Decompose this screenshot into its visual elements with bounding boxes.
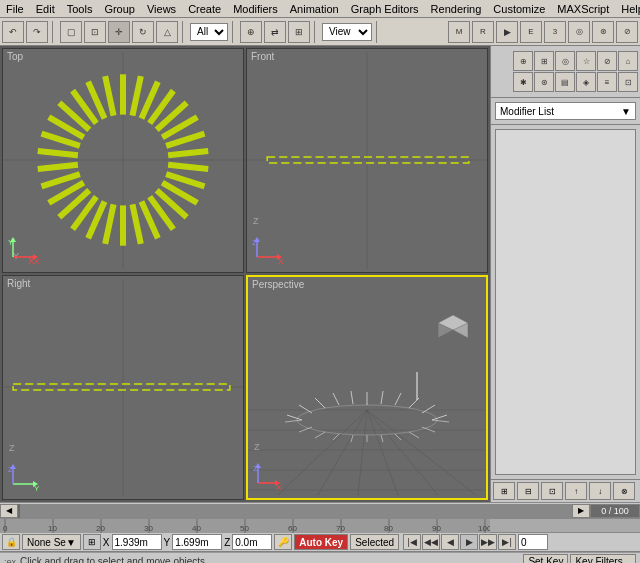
toolbar-sep-4 [314,21,318,43]
panel-icon-2[interactable]: ⊞ [534,51,554,71]
menu-edit[interactable]: Edit [30,2,61,16]
viewport-front[interactable]: Front Z [246,48,488,273]
toolbar-extra-1[interactable]: 3 [544,21,566,43]
menu-graph-editors[interactable]: Graph Editors [345,2,425,16]
svg-line-89 [333,434,339,440]
timeline-track[interactable] [18,504,572,518]
x-input[interactable] [112,534,162,550]
selected-button[interactable]: Selected [350,534,399,550]
panel-icon-11[interactable]: ≡ [597,72,617,92]
toolbar-extra-4[interactable]: ⊘ [616,21,638,43]
menu-views[interactable]: Views [141,2,182,16]
select-region-button[interactable]: ⊡ [84,21,106,43]
svg-text:80: 80 [384,524,393,533]
select-button[interactable]: ▢ [60,21,82,43]
svg-line-86 [422,427,435,432]
panel-icon-3[interactable]: ◎ [555,51,575,71]
viewport-right[interactable]: Right Z Y Z [2,275,244,500]
selection-filter-dropdown[interactable]: All [190,23,228,41]
play-button[interactable]: ▶ [460,534,478,550]
svg-text:60: 60 [288,524,297,533]
key-icon[interactable]: 🔑 [274,534,292,550]
view-dropdown[interactable]: View [322,23,372,41]
svg-text:Z: Z [9,443,15,453]
panel-icon-6[interactable]: ⌂ [618,51,638,71]
undo-button[interactable]: ↶ [2,21,24,43]
menu-file[interactable]: File [0,2,30,16]
viewport-perspective[interactable]: Perspective [246,275,488,500]
modifier-btn-3[interactable]: ⊡ [541,482,563,500]
timeline-scroll-left[interactable]: ◀ [0,504,18,518]
snap-button[interactable]: ⊕ [240,21,262,43]
svg-point-71 [297,405,437,435]
menu-customize[interactable]: Customize [487,2,551,16]
menu-help[interactable]: Help [615,2,640,16]
right-panel-bottom-buttons: ⊞ ⊟ ⊡ ↑ ↓ ⊗ [491,479,640,502]
z-input[interactable] [232,534,272,550]
svg-rect-16 [129,204,143,245]
toolbar-extra-2[interactable]: ◎ [568,21,590,43]
menu-tools[interactable]: Tools [61,2,99,16]
axis-right: Y Z [8,464,43,494]
menu-rendering[interactable]: Rendering [425,2,488,16]
selection-set-dropdown[interactable]: None Se▼ [22,534,81,550]
toolbar-sep-2 [182,21,186,43]
menu-create[interactable]: Create [182,2,227,16]
modifier-list-dropdown[interactable]: Modifier List ▼ [495,102,636,120]
move-button[interactable]: ✛ [108,21,130,43]
frame-input[interactable] [518,534,548,550]
svg-line-88 [315,432,325,438]
svg-rect-9 [168,148,209,158]
material-editor-button[interactable]: M [448,21,470,43]
mirror-button[interactable]: ⇄ [264,21,286,43]
lock-icon[interactable]: 🔒 [2,534,20,550]
timeline-scroll-right[interactable]: ▶ [572,504,590,518]
redo-button[interactable]: ↷ [26,21,48,43]
rotate-button[interactable]: ↻ [132,21,154,43]
viewport-top-label: Top [7,51,23,62]
panel-icon-4[interactable]: ☆ [576,51,596,71]
play-back-button[interactable]: ◀ [441,534,459,550]
y-input[interactable] [172,534,222,550]
svg-rect-31 [102,76,116,117]
svg-text:Z: Z [252,238,257,247]
panel-icon-12[interactable]: ⊡ [618,72,638,92]
menu-bar: File Edit Tools Group Views Create Modif… [0,0,640,18]
prev-frame-button[interactable]: |◀ [403,534,421,550]
modifier-btn-2[interactable]: ⊟ [517,482,539,500]
prev-key-button[interactable]: ◀◀ [422,534,440,550]
auto-key-button[interactable]: Auto Key [294,534,348,550]
scale-button[interactable]: △ [156,21,178,43]
next-key-button[interactable]: ▶▶ [479,534,497,550]
viewport-top[interactable]: Top [2,48,244,273]
next-frame-button[interactable]: ▶| [498,534,516,550]
menu-modifiers[interactable]: Modifiers [227,2,284,16]
panel-icon-1[interactable]: ⊕ [513,51,533,71]
align-button[interactable]: ⊞ [288,21,310,43]
modifier-btn-1[interactable]: ⊞ [493,482,515,500]
render-button[interactable]: ▶ [496,21,518,43]
svg-line-94 [409,432,419,438]
svg-line-74 [299,405,312,413]
panel-icon-7[interactable]: ✱ [513,72,533,92]
key-filters-button[interactable]: Key Filters... [570,554,636,564]
selection-lock-btn[interactable]: ⊞ [83,534,101,550]
menu-group[interactable]: Group [98,2,141,16]
panel-icon-5[interactable]: ⊘ [597,51,617,71]
panel-icon-9[interactable]: ▤ [555,72,575,92]
menu-maxscript[interactable]: MAXScript [551,2,615,16]
tick-ruler-svg: 0 10 20 30 40 50 60 70 80 90 100 [0,519,490,533]
menu-animation[interactable]: Animation [284,2,345,16]
bottom-right-controls: Set Key Key Filters... [523,554,636,564]
toolbar-extra-3[interactable]: ⊛ [592,21,614,43]
modifier-btn-5[interactable]: ↓ [589,482,611,500]
render-setup-button[interactable]: R [472,21,494,43]
panel-icon-10[interactable]: ◈ [576,72,596,92]
panel-icon-8[interactable]: ⊛ [534,72,554,92]
modifier-btn-4[interactable]: ↑ [565,482,587,500]
svg-line-82 [422,405,435,413]
set-key-button[interactable]: Set Key [523,554,568,564]
svg-line-80 [395,393,401,405]
environment-button[interactable]: E [520,21,542,43]
modifier-btn-6[interactable]: ⊗ [613,482,635,500]
